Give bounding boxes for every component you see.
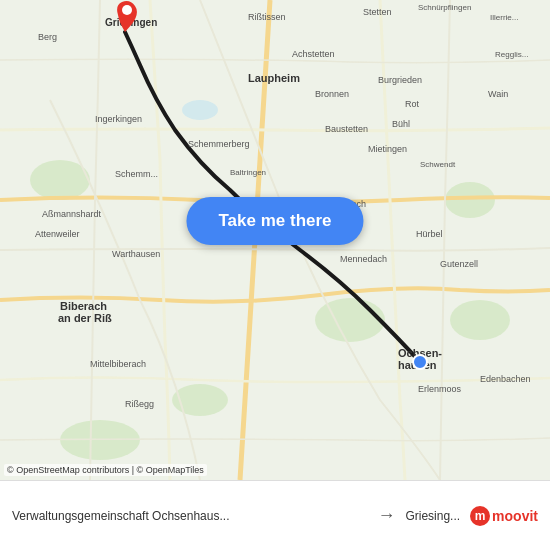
svg-text:Illerrie...: Illerrie... [490, 13, 518, 22]
svg-text:Rot: Rot [405, 99, 420, 109]
svg-point-4 [315, 298, 385, 342]
svg-text:Bronnen: Bronnen [315, 89, 349, 99]
map-container: Griesingen Rißtissen Stetten Schnürpflin… [0, 0, 550, 480]
svg-text:Schnürpflingen: Schnürpflingen [418, 3, 471, 12]
svg-point-3 [445, 182, 495, 218]
svg-text:Hürbel: Hürbel [416, 229, 443, 239]
svg-text:an der Riß: an der Riß [58, 312, 112, 324]
svg-point-46 [413, 355, 427, 369]
svg-text:Laupheim: Laupheim [248, 72, 300, 84]
footer-arrow-icon: → [377, 505, 395, 526]
svg-text:Attenweiler: Attenweiler [35, 229, 80, 239]
svg-text:Erlenmoos: Erlenmoos [418, 384, 462, 394]
svg-text:Mennedach: Mennedach [340, 254, 387, 264]
footer-from-label: Verwaltungsgemeinschaft Ochsenhaus... [12, 509, 367, 523]
svg-point-1 [182, 100, 218, 120]
map-attribution: © OpenStreetMap contributors | © OpenMap… [4, 464, 207, 476]
svg-text:Warthausen: Warthausen [112, 249, 160, 259]
svg-text:Achstetten: Achstetten [292, 49, 335, 59]
footer-bar: Verwaltungsgemeinschaft Ochsenhaus... → … [0, 480, 550, 550]
svg-text:Mittelbiberach: Mittelbiberach [90, 359, 146, 369]
svg-text:Wain: Wain [488, 89, 508, 99]
svg-text:Berg: Berg [38, 32, 57, 42]
svg-text:Gutenzell: Gutenzell [440, 259, 478, 269]
svg-text:Regglis...: Regglis... [495, 50, 528, 59]
svg-text:Schemmerberg: Schemmerberg [188, 139, 250, 149]
svg-text:Aßmannshardt: Aßmannshardt [42, 209, 102, 219]
svg-text:Schemm...: Schemm... [115, 169, 158, 179]
svg-text:Bühl: Bühl [392, 119, 410, 129]
footer-to-label: Griesing... [405, 509, 460, 523]
moovit-logo-icon: m [470, 506, 490, 526]
svg-text:Rißegg: Rißegg [125, 399, 154, 409]
svg-point-47 [122, 5, 132, 15]
moovit-logo: m moovit [470, 506, 538, 526]
svg-text:Ingerkingen: Ingerkingen [95, 114, 142, 124]
svg-text:Edenbachen: Edenbachen [480, 374, 531, 384]
svg-text:Biberach: Biberach [60, 300, 107, 312]
svg-text:Mietingen: Mietingen [368, 144, 407, 154]
moovit-logo-text: moovit [492, 508, 538, 524]
svg-text:Rißtissen: Rißtissen [248, 12, 286, 22]
svg-text:Baltringen: Baltringen [230, 168, 266, 177]
take-me-there-button[interactable]: Take me there [186, 197, 363, 245]
svg-text:Baustetten: Baustetten [325, 124, 368, 134]
svg-text:Stetten: Stetten [363, 7, 392, 17]
svg-text:Burgrieden: Burgrieden [378, 75, 422, 85]
svg-point-7 [450, 300, 510, 340]
svg-text:Schwendt: Schwendt [420, 160, 456, 169]
